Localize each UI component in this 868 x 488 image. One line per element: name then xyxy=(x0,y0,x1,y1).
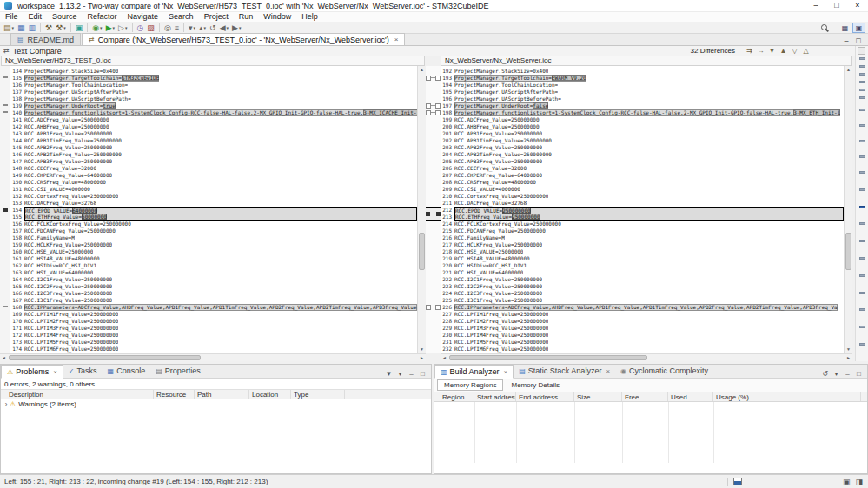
scroll-right-icon[interactable]: ► xyxy=(845,354,852,361)
maximize-view-icon[interactable]: □ xyxy=(853,370,865,378)
view-tab-console[interactable]: ▦Console xyxy=(103,364,151,378)
back-icon[interactable]: ◀▾ xyxy=(219,23,229,33)
code-line[interactable]: 221RCC.HSI_VALUE=64000000 xyxy=(441,269,844,276)
column-header[interactable]: Free xyxy=(622,392,668,401)
change-connector[interactable] xyxy=(426,112,441,113)
code-line[interactable]: 141RCC.ADCFreq_Value=250000000 xyxy=(10,116,417,123)
overview-change-marker[interactable] xyxy=(859,326,865,328)
code-line[interactable]: 144RCC.APB1TimFreq_Value=250000000 xyxy=(10,137,417,144)
code-line[interactable]: 206RCC.CECFreq_Value=32000 xyxy=(441,165,844,172)
code-line[interactable]: 170RCC.LPTIM2Freq_Value=250000000 xyxy=(10,318,417,325)
code-line[interactable]: 167RCC.I3C1Freq_Value=250000000 xyxy=(10,297,417,304)
code-line[interactable]: 159RCC.HCLKFreq_Value=250000000 xyxy=(10,241,417,248)
maximize-editor-icon[interactable]: □ xyxy=(852,36,865,45)
overview-change-marker[interactable] xyxy=(859,206,865,208)
tab-close-icon[interactable]: × xyxy=(53,368,57,376)
expander-icon[interactable]: › xyxy=(3,400,10,408)
column-header[interactable]: Type xyxy=(291,390,345,399)
new-wizard-icon[interactable]: ▤▾ xyxy=(3,23,15,33)
code-line[interactable]: 137ProjectManager.UAScriptAfterPath= xyxy=(10,89,417,96)
overview-change-marker[interactable] xyxy=(859,81,865,83)
code-line[interactable]: 147RCC.APB3Freq_Value=250000000 xyxy=(10,158,417,165)
menu-refactor[interactable]: Refactor xyxy=(83,12,123,22)
annotation-ruler[interactable] xyxy=(0,66,10,353)
maximize-button[interactable]: □ xyxy=(826,0,847,12)
code-line[interactable]: 229RCC.LPTIM3Freq_Value=250000000 xyxy=(441,325,844,332)
forward-icon[interactable]: ▶▾ xyxy=(231,23,242,33)
tab-close-icon[interactable]: × xyxy=(606,367,610,375)
overview-change-marker[interactable] xyxy=(859,274,865,277)
code-line[interactable]: 140ProjectManager.functionlistsort=1-Sys… xyxy=(10,109,417,116)
code-line[interactable]: 168RCC.IPParameters=ADCFreq_Value,AHBFre… xyxy=(10,304,417,311)
scroll-left-icon[interactable]: ◄ xyxy=(0,354,8,361)
overview-menu-icon[interactable] xyxy=(858,47,865,55)
code-line[interactable]: 193ProjectManager.TargetToolchain=EWARM … xyxy=(441,75,844,82)
menu-run[interactable]: Run xyxy=(234,12,259,22)
scrollbar-thumb[interactable] xyxy=(845,233,851,270)
next-change-icon[interactable]: ▽ xyxy=(789,47,800,55)
code-line[interactable]: 223RCC.I2C2Freq_Value=250000000 xyxy=(441,283,844,290)
scroll-up-icon[interactable]: ▲ xyxy=(418,66,426,74)
code-line[interactable]: 214RCC.FCLKCortexFreq_Value=250000000 xyxy=(441,221,844,228)
code-line[interactable]: 139ProjectManager.UnderRoot=true xyxy=(10,102,417,109)
scrollbar-thumb[interactable] xyxy=(449,355,647,360)
profile-icon[interactable]: ◷ xyxy=(136,23,145,33)
tab-close-icon[interactable]: × xyxy=(504,368,508,376)
run-icon[interactable]: ▶▾ xyxy=(105,23,116,33)
scroll-down-icon[interactable]: ▼ xyxy=(845,346,852,353)
selected-change-connector[interactable] xyxy=(426,207,441,221)
code-line[interactable]: 212RCC.EPOD_VALUE=250000000 xyxy=(441,207,844,214)
code-line[interactable]: 157RCC.FDCANFreq_Value=250000000 xyxy=(10,228,417,234)
tab-close-icon[interactable]: × xyxy=(394,36,399,43)
code-line[interactable]: 209RCC.CSI_VALUE=4000000 xyxy=(441,186,844,193)
code-line[interactable]: 225RCC.I3C1Freq_Value=250000000 xyxy=(441,297,844,304)
right-compare-pane[interactable]: 192ProjectManager.StackSize=0x400193Proj… xyxy=(441,66,844,353)
code-line[interactable]: 230RCC.LPTIM4Freq_Value=250000000 xyxy=(441,332,844,339)
overview-change-marker[interactable] xyxy=(859,292,865,294)
minimize-button[interactable]: – xyxy=(805,0,826,12)
scrollbar-thumb[interactable] xyxy=(419,233,425,270)
view-tab-static-stack-analyzer[interactable]: ▤Static Stack Analyzer× xyxy=(514,364,615,378)
code-line[interactable]: 202RCC.APB1TimFreq_Value=250000000 xyxy=(441,137,844,144)
code-line[interactable]: 222RCC.I2C1Freq_Value=250000000 xyxy=(441,276,844,283)
view-tab-cyclomatic-complexity[interactable]: ◉Cyclomatic Complexity xyxy=(615,364,713,378)
code-line[interactable]: 228RCC.LPTIM2Freq_Value=250000000 xyxy=(441,318,844,325)
menu-search[interactable]: Search xyxy=(163,12,199,22)
overview-change-marker[interactable] xyxy=(859,73,865,76)
code-line[interactable]: 145RCC.APB2Freq_Value=250000000 xyxy=(10,144,417,151)
overview-change-marker[interactable] xyxy=(859,96,865,99)
close-button[interactable]: × xyxy=(847,0,868,12)
scroll-up-icon[interactable]: ▲ xyxy=(845,66,852,74)
code-line[interactable]: 211RCC.DACFreq_Value=32768 xyxy=(441,200,844,207)
debug-icon[interactable]: ◉▾ xyxy=(91,23,103,33)
code-line[interactable]: 232RCC.LPTIM6Freq_Value=250000000 xyxy=(441,346,844,353)
code-line[interactable]: 174RCC.LPTIM6Freq_Value=250000000 xyxy=(10,346,417,353)
code-line[interactable]: 194ProjectManager.ToolChainLocation= xyxy=(441,82,844,89)
code-line[interactable]: 158RCC.FamilyName=M xyxy=(10,234,417,241)
code-line[interactable]: 200RCC.AHBFreq_Value=250000000 xyxy=(441,123,844,130)
code-line[interactable]: 197ProjectManager.UnderRoot=false xyxy=(441,102,844,109)
progress-indicator[interactable] xyxy=(733,478,742,485)
code-line[interactable]: 156RCC.FCLKCortexFreq_Value=250000000 xyxy=(10,221,417,228)
overview-ruler[interactable] xyxy=(855,46,868,361)
code-line[interactable]: 165RCC.I2C2Freq_Value=250000000 xyxy=(10,283,417,290)
code-line[interactable]: 148RCC.CECFreq_Value=32000 xyxy=(10,165,417,172)
column-header[interactable]: Usage (%) xyxy=(713,392,861,401)
overview-change-marker[interactable] xyxy=(859,343,865,346)
toggle-breadcrumb-icon[interactable]: ≡ xyxy=(174,23,180,33)
change-marker[interactable] xyxy=(3,208,8,212)
left-compare-pane[interactable]: 134ProjectManager.StackSize=0x400135Proj… xyxy=(10,66,417,353)
column-header[interactable]: Resource xyxy=(154,390,195,399)
overview-change-marker[interactable] xyxy=(859,240,865,242)
menu-source[interactable]: Source xyxy=(47,12,83,22)
view-tab-build-analyzer[interactable]: ▥Build Analyzer× xyxy=(434,365,514,379)
overview-change-marker[interactable] xyxy=(859,171,865,174)
code-line[interactable]: 135ProjectManager.TargetToolchain=STM32C… xyxy=(10,75,417,82)
last-edit-location-icon[interactable]: ↺ xyxy=(209,23,217,33)
save-icon[interactable]: ▦ xyxy=(17,23,26,33)
maximize-view-icon[interactable]: □ xyxy=(417,370,428,378)
subtab-memory-regions[interactable]: Memory Regions xyxy=(437,379,503,391)
code-line[interactable]: 154RCC.EPOD_VALUE=64000000 xyxy=(10,207,417,214)
code-line[interactable]: 138ProjectManager.UAScriptBeforePath= xyxy=(10,96,417,102)
right-vertical-scrollbar[interactable]: ▲▼ xyxy=(844,66,852,353)
